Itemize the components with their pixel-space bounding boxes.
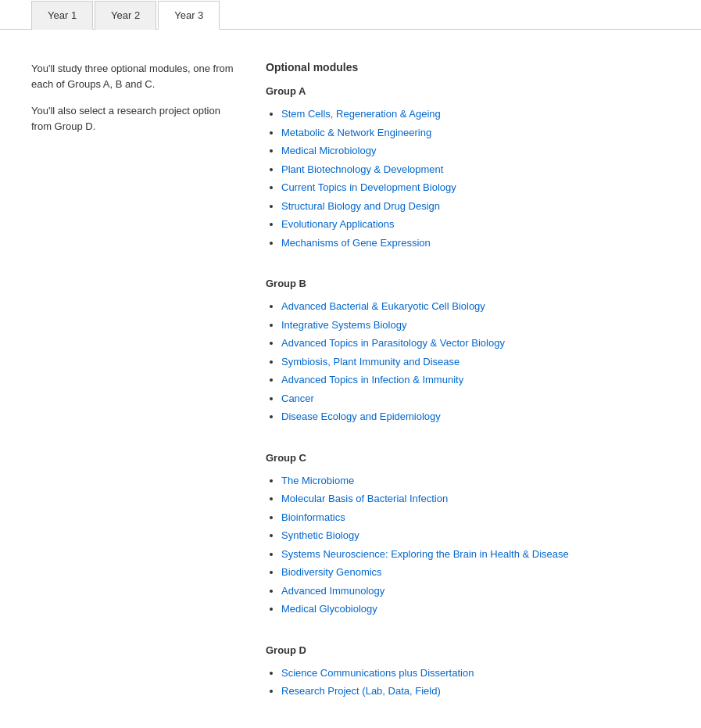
module-link[interactable]: Medical Microbiology <box>281 145 376 156</box>
list-item: Advanced Immunology <box>281 583 670 599</box>
module-link[interactable]: The Microbiome <box>281 475 354 486</box>
group-a-title: Group A <box>266 85 670 97</box>
module-link[interactable]: Cancer <box>281 393 314 404</box>
optional-modules-title: Optional modules <box>266 61 670 74</box>
list-item: Integrative Systems Biology <box>281 317 670 333</box>
module-link[interactable]: Research Project (Lab, Data, Field) <box>281 685 441 697</box>
tab-year3[interactable]: Year 3 <box>158 1 220 30</box>
list-item: Disease Ecology and Epidemiology <box>281 409 670 425</box>
list-item: Cancer <box>281 391 670 407</box>
module-link[interactable]: Medical Glycobiology <box>281 603 377 615</box>
module-link[interactable]: Disease Ecology and Epidemiology <box>281 411 441 422</box>
module-link[interactable]: Synthetic Biology <box>281 529 359 541</box>
group-b-title: Group B <box>266 278 670 289</box>
group-a-section: Group A Stem Cells, Regeneration & Agein… <box>266 85 670 250</box>
group-d-list: Science Communications plus Dissertation… <box>266 665 670 699</box>
module-link[interactable]: Structural Biology and Drug Design <box>281 200 440 212</box>
module-link[interactable]: Advanced Topics in Parasitology & Vector… <box>281 337 505 349</box>
module-link[interactable]: Current Topics in Development Biology <box>281 181 456 193</box>
list-item: The Microbiome <box>281 473 670 489</box>
group-d-title: Group D <box>266 644 670 656</box>
module-link[interactable]: Metabolic & Network Engineering <box>281 127 431 138</box>
tab-year1[interactable]: Year 1 <box>31 1 93 30</box>
tab-year2[interactable]: Year 2 <box>95 1 156 30</box>
group-c-section: Group C The Microbiome Molecular Basis o… <box>266 452 670 617</box>
left-panel: You'll study three optional modules, one… <box>31 61 266 726</box>
list-item: Advanced Bacterial & Eukaryotic Cell Bio… <box>281 299 670 314</box>
list-item: Research Project (Lab, Data, Field) <box>281 683 670 699</box>
module-link[interactable]: Integrative Systems Biology <box>281 319 406 331</box>
module-link[interactable]: Advanced Topics in Infection & Immunity <box>281 374 463 386</box>
content-area: You'll study three optional modules, one… <box>0 53 701 728</box>
left-text-1: You'll study three optional modules, one… <box>31 61 242 91</box>
module-link[interactable]: Symbiosis, Plant Immunity and Disease <box>281 356 460 368</box>
list-item: Advanced Topics in Infection & Immunity <box>281 372 670 388</box>
list-item: Evolutionary Applications <box>281 217 670 232</box>
group-d-section: Group D Science Communications plus Diss… <box>266 644 670 699</box>
module-link[interactable]: Advanced Bacterial & Eukaryotic Cell Bio… <box>281 300 485 312</box>
group-a-list: Stem Cells, Regeneration & Ageing Metabo… <box>266 106 670 250</box>
list-item: Current Topics in Development Biology <box>281 180 670 195</box>
list-item: Medical Glycobiology <box>281 601 670 617</box>
module-link[interactable]: Molecular Basis of Bacterial Infection <box>281 493 448 504</box>
list-item: Symbiosis, Plant Immunity and Disease <box>281 354 670 370</box>
module-link[interactable]: Evolutionary Applications <box>281 218 395 230</box>
module-link[interactable]: Biodiversity Genomics <box>281 566 382 578</box>
module-link[interactable]: Plant Biotechnology & Development <box>281 163 443 175</box>
module-link[interactable]: Bioinformatics <box>281 511 345 523</box>
group-b-section: Group B Advanced Bacterial & Eukaryotic … <box>266 278 670 425</box>
list-item: Molecular Basis of Bacterial Infection <box>281 491 670 507</box>
module-link[interactable]: Advanced Immunology <box>281 585 384 597</box>
module-link[interactable]: Systems Neuroscience: Exploring the Brai… <box>281 548 569 560</box>
tabs-container: Year 1 Year 2 Year 3 <box>0 0 701 30</box>
list-item: Stem Cells, Regeneration & Ageing <box>281 106 670 122</box>
list-item: Structural Biology and Drug Design <box>281 199 670 214</box>
module-link[interactable]: Mechanisms of Gene Expression <box>281 237 431 249</box>
left-text-2: You'll also select a research project op… <box>31 103 242 134</box>
group-c-title: Group C <box>266 452 670 464</box>
module-link[interactable]: Science Communications plus Dissertation <box>281 667 474 679</box>
group-b-list: Advanced Bacterial & Eukaryotic Cell Bio… <box>266 299 670 425</box>
module-link[interactable]: Stem Cells, Regeneration & Ageing <box>281 108 441 120</box>
list-item: Mechanisms of Gene Expression <box>281 235 670 251</box>
list-item: Bioinformatics <box>281 510 670 525</box>
list-item: Synthetic Biology <box>281 528 670 543</box>
right-panel: Optional modules Group A Stem Cells, Reg… <box>266 61 670 726</box>
list-item: Systems Neuroscience: Exploring the Brai… <box>281 547 670 562</box>
list-item: Advanced Topics in Parasitology & Vector… <box>281 335 670 351</box>
list-item: Biodiversity Genomics <box>281 565 670 580</box>
group-c-list: The Microbiome Molecular Basis of Bacter… <box>266 473 670 617</box>
list-item: Metabolic & Network Engineering <box>281 125 670 141</box>
list-item: Science Communications plus Dissertation <box>281 665 670 681</box>
list-item: Plant Biotechnology & Development <box>281 162 670 178</box>
list-item: Medical Microbiology <box>281 143 670 159</box>
